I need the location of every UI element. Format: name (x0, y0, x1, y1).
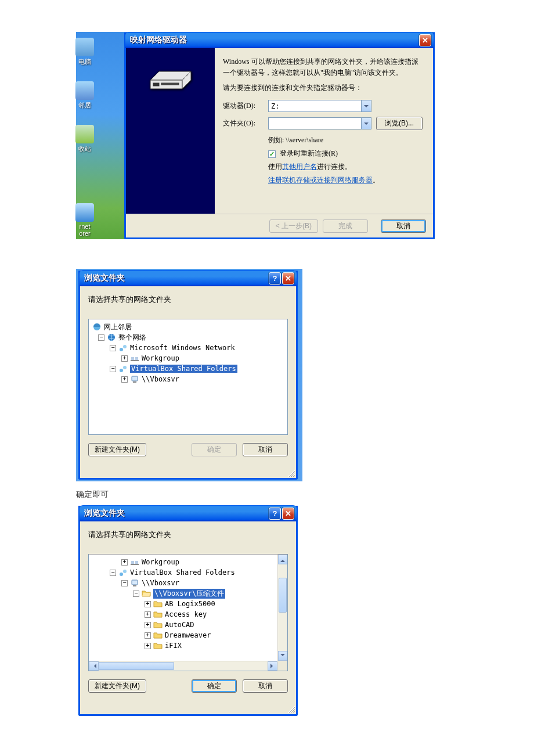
network-icon (118, 364, 128, 373)
collapse-icon[interactable] (110, 366, 116, 372)
collapse-icon[interactable] (98, 334, 104, 341)
desktop-icon-mycomputer[interactable]: 电脑 (73, 38, 96, 66)
help-button[interactable]: ? (269, 272, 281, 285)
svg-rect-16 (131, 561, 134, 564)
signup-row: 注册联机存储或连接到网络服务器。 (268, 174, 423, 187)
size-grip[interactable] (288, 706, 295, 713)
scroll-right-button[interactable] (268, 661, 277, 671)
window-title: 浏览文件夹 (84, 273, 268, 283)
titlebar[interactable]: 浏览文件夹 ? ✕ (80, 270, 297, 286)
ok-button: 确定 (192, 443, 237, 456)
tree-vbox-shared-folders[interactable]: VirtualBox Shared Folders (90, 567, 286, 578)
cancel-button[interactable]: 取消 (243, 443, 288, 456)
tree-folder-ifix[interactable]: iFIX (90, 640, 286, 651)
chevron-down-icon[interactable] (361, 100, 371, 111)
window-title: 映射网络驱动器 (130, 35, 418, 45)
tree-folder-access-key[interactable]: Access key (90, 609, 286, 620)
back-button: < 上一步(B) (269, 219, 318, 233)
workgroup-icon (130, 557, 139, 567)
help-button[interactable]: ? (269, 507, 281, 520)
collapse-icon[interactable] (133, 591, 139, 597)
collapse-icon[interactable] (121, 580, 128, 586)
wizard-content: Windows 可以帮助您连接到共享的网络文件夹，并给该连接指派一个驱动器号，这… (215, 48, 433, 214)
wizard-button-row: < 上一步(B) 完成 取消 (126, 214, 433, 237)
tree-vboxsvr[interactable]: \\Vboxsvr (90, 578, 286, 588)
svg-rect-10 (135, 357, 138, 360)
expand-icon[interactable] (145, 643, 151, 649)
network-places-icon (92, 322, 102, 332)
size-grip[interactable] (288, 470, 295, 477)
horizontal-scrollbar[interactable] (89, 661, 277, 671)
expand-icon[interactable] (145, 622, 151, 628)
tree-vbox-shared-folders[interactable]: VirtualBox Shared Folders (90, 363, 286, 374)
cancel-button[interactable]: 取消 (243, 679, 288, 693)
desktop-icon-recycle-bin[interactable]: 收站 (73, 125, 96, 153)
collapse-icon[interactable] (110, 570, 116, 576)
tree-folder-ab-logix[interactable]: AB Logix5000 (90, 599, 286, 609)
reconnect-checkbox[interactable] (268, 150, 276, 158)
folder-tree[interactable]: Workgroup VirtualBox Shared Folders \\Vb… (88, 554, 288, 671)
signup-online-storage-link[interactable]: 注册联机存储或连接到网络服务器 (268, 176, 373, 184)
desktop-icon-ie[interactable]: rnet orer (73, 203, 96, 237)
different-user-link[interactable]: 其他用户名 (282, 163, 317, 171)
svg-point-13 (123, 366, 127, 369)
caption-text: 确定即可 (76, 489, 109, 500)
tree-entire-network[interactable]: 整个网络 (90, 332, 286, 343)
scroll-left-button[interactable] (89, 661, 99, 671)
svg-rect-9 (131, 357, 134, 360)
svg-rect-11 (131, 360, 139, 361)
folder-combobox[interactable] (268, 117, 371, 129)
close-button[interactable]: ✕ (282, 507, 294, 520)
tree-ms-windows-network[interactable]: Microsoft Windows Network (90, 343, 286, 353)
new-folder-button[interactable]: 新建文件夹(M) (88, 679, 146, 693)
drive-combobox[interactable]: Z: (268, 100, 371, 112)
finish-button: 完成 (323, 219, 368, 233)
tree-selected-share[interactable]: \\Vboxsvr\压缩文件 (90, 588, 286, 599)
vertical-scrollbar[interactable] (277, 555, 287, 661)
wizard-side-image (126, 48, 215, 214)
expand-icon[interactable] (145, 601, 151, 607)
browse-button[interactable]: 浏览(B)... (376, 117, 423, 130)
expand-icon[interactable] (145, 632, 151, 639)
tree-network-places[interactable]: 网上邻居 (90, 322, 286, 332)
ok-button[interactable]: 确定 (192, 679, 237, 693)
tree-workgroup[interactable]: Workgroup (90, 353, 286, 363)
expand-icon[interactable] (145, 611, 151, 618)
tree-folder-autocad[interactable]: AutoCAD (90, 620, 286, 630)
titlebar[interactable]: 浏览文件夹 ? ✕ (80, 505, 297, 521)
browse-folder-window-2: 浏览文件夹 ? ✕ 请选择共享的网络文件夹 Workgroup VirtualB… (78, 506, 298, 716)
browse-instruction: 请选择共享的网络文件夹 (88, 530, 288, 540)
scroll-down-button[interactable] (278, 651, 287, 661)
new-folder-button[interactable]: 新建文件夹(M) (88, 443, 146, 456)
folder-tree[interactable]: 网上邻居 整个网络 Microsoft Windows Network Work… (88, 319, 288, 435)
scroll-thumb[interactable] (279, 578, 287, 613)
cancel-button[interactable]: 取消 (381, 219, 426, 233)
folder-icon (153, 641, 163, 650)
svg-point-12 (120, 369, 123, 372)
svg-point-8 (123, 345, 127, 348)
dialog-button-row: 新建文件夹(M) 确定 取消 (88, 443, 288, 456)
chevron-down-icon[interactable] (361, 118, 371, 129)
workgroup-icon (130, 354, 139, 363)
svg-rect-15 (133, 381, 136, 383)
tree-vboxsvr[interactable]: \\Vboxsvr (90, 374, 286, 384)
close-button[interactable]: ✕ (282, 272, 294, 285)
svg-point-7 (120, 348, 123, 351)
collapse-icon[interactable] (110, 345, 116, 351)
tree-workgroup[interactable]: Workgroup (90, 557, 286, 567)
expand-icon[interactable] (121, 355, 128, 362)
svg-rect-14 (132, 376, 138, 381)
scroll-thumb[interactable] (99, 662, 174, 670)
tree-folder-dreamweaver[interactable]: Dreamweaver (90, 630, 286, 640)
titlebar[interactable]: 映射网络驱动器 ✕ (125, 32, 434, 48)
globe-icon (107, 333, 116, 342)
scroll-up-button[interactable] (278, 555, 287, 564)
desktop-icon-network-places[interactable]: 邻居 (73, 81, 96, 110)
close-button[interactable]: ✕ (419, 34, 431, 46)
expand-icon[interactable] (121, 559, 128, 566)
computer-icon (130, 375, 139, 384)
svg-rect-18 (131, 564, 139, 565)
browse-folder-window-1: 浏览文件夹 ? ✕ 请选择共享的网络文件夹 网上邻居 整个网络 Microsof… (78, 271, 298, 480)
reconnect-row: 登录时重新连接(R) (268, 147, 423, 160)
expand-icon[interactable] (121, 376, 128, 383)
